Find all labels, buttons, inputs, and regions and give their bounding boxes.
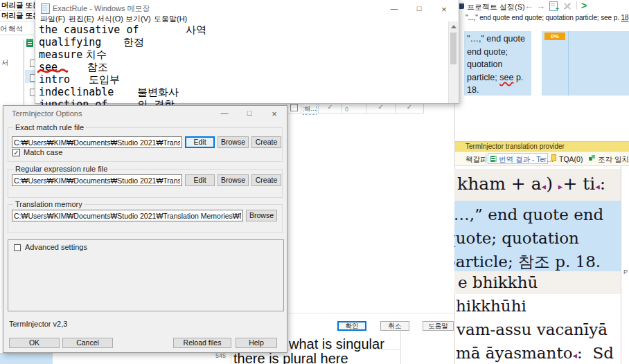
maximize-icon[interactable]: □ [412,4,426,12]
segment-status-letter: P [623,269,628,275]
notepad-text-line[interactable]: measure치수 [35,48,448,61]
target-segment-cell[interactable]: 0% [542,31,629,95]
advanced-settings-checkbox[interactable] [14,244,21,251]
regex-rule-path-input[interactable] [12,174,182,186]
editor-row-pali-3[interactable]: vam-assu vacanīyā [457,320,608,338]
editor-row-pali-1[interactable]: e bhikkhū [458,273,538,291]
help-button[interactable]: Help [236,338,277,348]
notepad-text-line[interactable]: intro도입부 [35,73,448,86]
left-label-fragment: 서 [1,58,8,68]
maximize-icon[interactable]: □ [242,109,256,117]
editor-row-pali-4[interactable]: mā āyasmanto◂: Sd [456,344,614,362]
match-percent-badge: 0% [544,33,565,40]
tab-translation-results[interactable]: 번역 결과 - Ter… [488,153,548,164]
close-icon[interactable]: × [267,109,281,119]
editor-row-source[interactable]: kham + a◂) ▸+ ti◂: [454,169,621,201]
match-case-checkbox[interactable]: ✓ [12,149,20,156]
left-header-fragment: 어 해석 [0,24,23,34]
match-case-label: Match case [24,148,62,156]
notepad-window: ExactRule - Windows 메모장 — □ × 파일(F) 편집(E… [35,0,459,104]
project-settings-button[interactable]: 프로젝트 설정(S) [467,2,525,12]
spreadsheet-icon [26,39,33,47]
ok-button[interactable]: OK [9,338,60,348]
exact-rule-path-input[interactable] [12,136,182,148]
exact-edit-button[interactable]: Edit [185,136,215,148]
terminjector-options-dialog: TermInjector Options — □ × Exact match r… [3,105,287,353]
tab-bookmarks[interactable]: 책갈피 [466,155,488,165]
terminjector-provider-banner: TermInjector translation provider [455,141,629,152]
segment-status-line: "...," end quote end quote; quotation pa… [466,14,628,21]
exact-browse-button[interactable]: Browse [218,136,249,148]
segment-gutter-cell [0,353,53,364]
forward-arrow-icon[interactable]: → [536,1,545,11]
notepad-text-line[interactable]: the causative of사역 [35,24,448,36]
translation-results-icon [490,156,497,162]
disabled-tool-icon [563,3,572,10]
menu-help[interactable]: 도움말(H) [154,14,187,24]
fragment-match-icon [589,155,596,161]
help-button-korean[interactable]: 도움말 [423,321,454,331]
regex-edit-button[interactable]: Edit [185,174,215,186]
notepad-text-line[interactable]: qualifying한정 [35,36,448,48]
cancel-button[interactable]: Cancel [62,338,113,348]
menu-view[interactable]: 보기(V) [125,14,151,24]
scrollbar-thumb[interactable] [450,33,457,64]
menu-edit[interactable]: 편집(E) [69,14,94,24]
tqa-icon [551,154,556,161]
tab-fragment-match[interactable]: 조각 일치 - [598,155,629,165]
desktop: 머리글 또는 머리글 또는 어 해석 서 프로젝트 설정(S) ← → + > … [0,0,629,364]
spellcheck-squiggle: see [499,73,513,82]
version-label: TermInjector v2,3 [9,320,67,328]
notepad-scrollbar[interactable] [448,21,458,103]
editor-selected-segment[interactable]: “…,” end quote end quote; quotation part… [454,201,621,272]
dialog-title: TermInjector Options [12,109,82,118]
editor-row-pali-2[interactable]: hikkhūhi [456,297,526,315]
close-icon[interactable]: × [437,4,451,15]
scroll-up-icon[interactable] [451,25,457,28]
tm-browse-button[interactable]: Browse [246,210,277,221]
menu-format[interactable]: 서식(O) [97,14,123,24]
tm-group-label: Translation memory [13,200,85,208]
back-arrow-icon[interactable]: ← [524,1,533,11]
segment-number: 545 [215,352,226,359]
menu-file[interactable]: 파일(F) [40,14,65,24]
minimize-icon[interactable]: — [218,109,231,117]
minimize-icon[interactable]: — [387,4,401,12]
regex-browse-button[interactable]: Browse [218,174,249,186]
tm-path-input[interactable] [12,210,243,221]
page-link[interactable]: 18 [621,14,629,21]
notepad-icon [41,3,50,14]
regex-group-label: Regular expression rule file [13,165,109,173]
notepad-text-line[interactable]: indeclinable불변화사 [35,86,448,98]
reload-files-button[interactable]: Reload files [173,338,231,348]
ok-button-korean[interactable]: 확인 [337,321,366,331]
cancel-button-korean[interactable]: 취소 [380,321,409,331]
results-tabbar: 책갈피 번역 결과 - Ter… TQA(0) 조각 일치 - [455,152,629,165]
tab-tqa[interactable]: TQA(0) [559,155,583,163]
expand-chevron-icon[interactable]: > [581,0,587,11]
regex-create-button[interactable]: Create [251,174,281,186]
notepad-text-line[interactable]: see참조 [35,61,448,73]
notepad-title: ExactRule - Windows 메모장 [53,3,150,14]
exact-match-group-label: Exact match rule file [13,123,86,131]
advanced-settings-label: Advanced settings [25,243,87,251]
source-segment-cell[interactable]: "…," end quote end quote; quotation part… [464,31,531,95]
add-document-icon[interactable]: + [549,1,558,11]
red-squiggle [37,68,69,76]
exact-create-button[interactable]: Create [251,136,281,148]
